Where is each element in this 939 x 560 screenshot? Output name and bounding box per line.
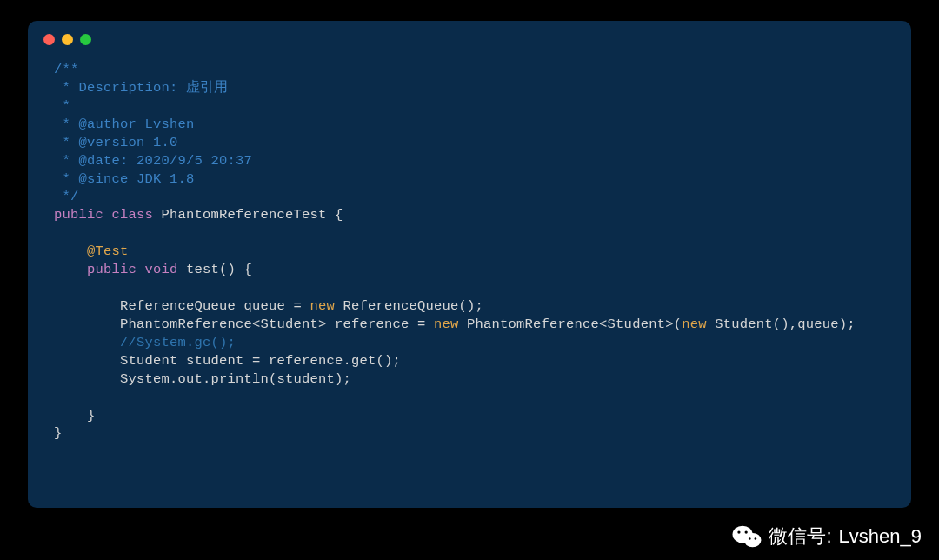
svg-point-3 (745, 530, 748, 533)
kw-class: class (112, 207, 154, 223)
indent (54, 317, 120, 332)
paren-brace: () { (219, 262, 252, 277)
minimize-icon[interactable] (62, 34, 73, 45)
comment-line: * (54, 98, 70, 114)
watermark-handle: Lvshen_9 (839, 525, 922, 548)
annotation-test: @Test (87, 243, 129, 259)
comment-line: * @version 1.0 (54, 135, 178, 150)
maximize-icon[interactable] (80, 34, 91, 45)
indent (54, 243, 87, 259)
wechat-icon (732, 524, 762, 549)
code-text: Student(),queue); (707, 317, 856, 332)
brace: { (327, 207, 343, 223)
indent (54, 353, 120, 369)
indent (54, 298, 120, 314)
code-window: /** * Description: 虚引用 * * @author Lvshe… (28, 21, 911, 508)
close-icon[interactable] (43, 34, 55, 45)
brace: } (87, 408, 96, 423)
watermark: 微信号: Lvshen_9 (732, 523, 922, 550)
code-text: PhantomReference<Student> reference = (120, 317, 434, 332)
window-titlebar (28, 21, 911, 57)
kw-new: new (682, 317, 707, 332)
code-block: /** * Description: 虚引用 * * @author Lvshe… (28, 57, 911, 460)
code-text: ReferenceQueue queue = (120, 298, 310, 314)
code-text: System.out.println(student); (120, 371, 351, 387)
code-text: PhantomReference<Student>( (459, 317, 683, 332)
comment-line: */ (54, 189, 79, 204)
kw-new: new (310, 298, 336, 314)
kw-public: public (87, 262, 137, 277)
kw-public: public (54, 207, 103, 223)
method-name: test (186, 262, 219, 277)
indent (54, 371, 120, 387)
class-name: PhantomReferenceTest (162, 207, 327, 223)
comment-line: * Description: 虚引用 (54, 80, 229, 96)
svg-point-5 (755, 537, 757, 540)
comment-line: /** (54, 62, 79, 77)
svg-point-2 (738, 530, 741, 533)
comment-line: * @date: 2020/9/5 20:37 (54, 153, 252, 169)
svg-point-4 (749, 537, 751, 540)
kw-void: void (145, 262, 178, 277)
indent (54, 335, 120, 350)
brace: } (54, 425, 63, 441)
indent (54, 408, 87, 423)
code-text: Student student = reference.get(); (120, 353, 401, 369)
watermark-label: 微信号: (769, 523, 831, 550)
indent (54, 262, 87, 277)
comment-line: * @author Lvshen (54, 117, 195, 132)
comment-line: //System.gc(); (120, 335, 236, 350)
svg-point-1 (744, 533, 762, 547)
comment-line: * @since JDK 1.8 (54, 171, 195, 187)
kw-new: new (434, 317, 459, 332)
code-text: ReferenceQueue(); (335, 298, 483, 314)
